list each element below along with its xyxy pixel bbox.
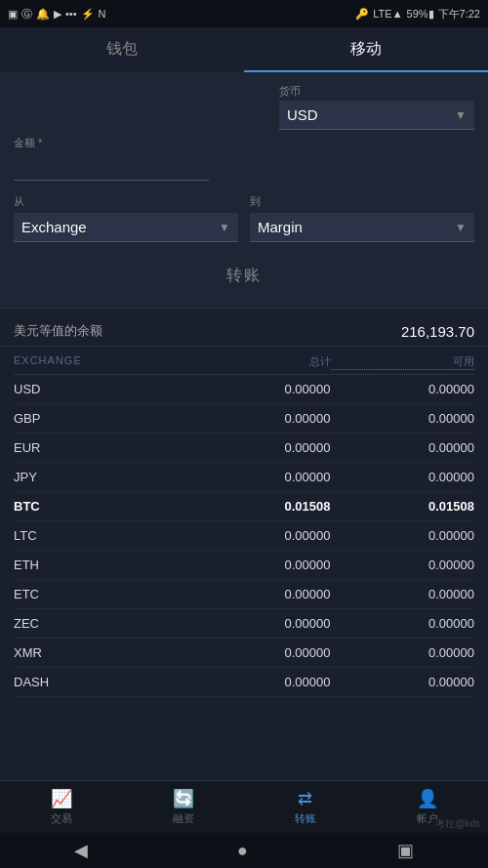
table-header: EXCHANGE 总计 可用 [14, 347, 474, 375]
th-available: 可用 [331, 354, 475, 370]
td-available: 0.00000 [331, 558, 475, 572]
td-currency: ETC [14, 587, 186, 601]
play-icon: ▶ [54, 8, 61, 21]
tab-wallet[interactable]: 钱包 [0, 27, 244, 72]
g-icon: Ⓖ [21, 7, 32, 21]
balance-area: 美元等值的余额 216,193.70 [0, 309, 488, 347]
td-total: 0.00000 [186, 411, 331, 426]
td-total: 0.00000 [186, 528, 331, 543]
recents-button[interactable]: ▣ [397, 840, 414, 861]
th-exchange: EXCHANGE [14, 354, 186, 370]
tab-bar: 钱包 移动 [0, 27, 488, 72]
td-total: 0.00000 [186, 470, 331, 484]
td-total: 0.00000 [186, 645, 331, 660]
signal-lte: LTE▲ [373, 8, 402, 20]
td-available: 0.00000 [331, 528, 475, 543]
currency-value: USD [287, 106, 318, 123]
bell-icon: 🔔 [36, 8, 50, 21]
td-currency: JPY [14, 470, 186, 484]
to-dropdown[interactable]: Margin ▼ [250, 213, 474, 242]
td-available: 0.00000 [331, 440, 475, 455]
nav-trade[interactable]: 📈 交易 [0, 781, 122, 833]
table-row: USD 0.00000 0.00000 [14, 375, 474, 404]
from-arrow: ▼ [219, 221, 230, 234]
td-available: 0.00000 [331, 587, 475, 601]
watermark: 考拉@kds [435, 817, 480, 831]
to-block: 到 Margin ▼ [250, 194, 474, 242]
table-row: EUR 0.00000 0.00000 [14, 434, 474, 463]
td-available: 0.00000 [331, 470, 475, 484]
td-currency: ZEC [14, 616, 186, 631]
tab-move[interactable]: 移动 [244, 27, 488, 72]
td-currency: LTC [14, 528, 186, 543]
finance-label: 融资 [173, 811, 194, 826]
nav-transfer[interactable]: ⇄ 转账 [244, 781, 366, 833]
td-total: 0.00000 [186, 675, 331, 689]
from-value: Exchange [21, 219, 87, 235]
td-currency: GBP [14, 411, 186, 426]
to-value: Margin [258, 219, 303, 235]
td-currency: USD [14, 382, 186, 396]
account-icon: 👤 [417, 788, 438, 809]
table-row: XRP 0.00000 0.00000 [14, 697, 474, 703]
status-right-icons: 🔑 LTE▲ 59%▮ 下午7:22 [355, 7, 480, 21]
dots: ••• [65, 8, 77, 20]
table-row: LTC 0.00000 0.00000 [14, 521, 474, 551]
td-currency: XMR [14, 645, 186, 660]
trade-label: 交易 [51, 811, 72, 826]
table-row: GBP 0.00000 0.00000 [14, 404, 474, 434]
nfc-icon: N [99, 8, 106, 20]
td-available: 0.01508 [331, 499, 475, 514]
table-rows: USD 0.00000 0.00000 GBP 0.00000 0.00000 … [14, 375, 474, 703]
bottom-nav: 📈 交易 🔄 融资 ⇄ 转账 👤 帐户 [0, 780, 488, 833]
td-total: 0.00000 [186, 440, 331, 455]
td-available: 0.00000 [331, 675, 475, 689]
table-row: ETH 0.00000 0.00000 [14, 551, 474, 580]
td-total: 0.00000 [186, 382, 331, 396]
table-row: XMR 0.00000 0.00000 [14, 639, 474, 668]
amount-block: 金额 * [14, 136, 209, 181]
system-nav: ◀ ● ▣ [0, 833, 488, 868]
currency-dropdown[interactable]: USD ▼ [279, 101, 474, 130]
nav-finance[interactable]: 🔄 融资 [122, 781, 244, 833]
currency-arrow: ▼ [455, 108, 467, 122]
amount-input[interactable] [14, 154, 209, 181]
from-to-row: 从 Exchange ▼ 到 Margin ▼ [14, 194, 474, 242]
table-row: ETC 0.00000 0.00000 [14, 580, 474, 609]
td-currency: DASH [14, 675, 186, 689]
trade-icon: 📈 [51, 788, 72, 809]
form-area: 货币 USD ▼ 金额 * 从 Exchange ▼ 到 Margin ▼ [0, 72, 488, 308]
status-bar: ▣ Ⓖ 🔔 ▶ ••• ⚡ N 🔑 LTE▲ 59%▮ 下午7:22 [0, 0, 488, 27]
currency-row: 货币 USD ▼ [14, 84, 474, 130]
balance-value: 216,193.70 [401, 323, 474, 340]
transfer-button-wrap: 转账 [14, 256, 474, 296]
td-currency: ETH [14, 558, 186, 572]
bluetooth-icon: ⚡ [81, 8, 95, 21]
td-available: 0.00000 [331, 382, 475, 396]
table-row: ZEC 0.00000 0.00000 [14, 609, 474, 639]
from-dropdown[interactable]: Exchange ▼ [14, 213, 238, 242]
table-row: DASH 0.00000 0.00000 [14, 668, 474, 697]
td-available: 0.00000 [331, 616, 475, 631]
td-currency: BTC [14, 499, 186, 514]
transfer-button[interactable]: 转账 [187, 256, 301, 296]
transfer-label: 转账 [295, 811, 316, 826]
to-arrow: ▼ [455, 221, 467, 234]
amount-fromto-row: 金额 * [14, 136, 474, 194]
table-row: JPY 0.00000 0.00000 [14, 463, 474, 492]
td-available: 0.00000 [331, 645, 475, 660]
td-total: 0.00000 [186, 587, 331, 601]
time: 下午7:22 [438, 7, 480, 21]
currency-block: 货币 USD ▼ [279, 84, 474, 130]
key-icon: 🔑 [355, 8, 369, 21]
th-total: 总计 [186, 354, 331, 370]
from-label: 从 [14, 194, 238, 209]
app-icon: ▣ [8, 8, 18, 21]
to-label: 到 [250, 194, 474, 209]
back-button[interactable]: ◀ [74, 840, 88, 861]
battery: 59%▮ [407, 8, 434, 21]
amount-label: 金额 * [14, 136, 209, 150]
home-button[interactable]: ● [237, 841, 248, 861]
account-label: 帐户 [417, 811, 438, 826]
status-left-icons: ▣ Ⓖ 🔔 ▶ ••• ⚡ N [8, 7, 106, 21]
